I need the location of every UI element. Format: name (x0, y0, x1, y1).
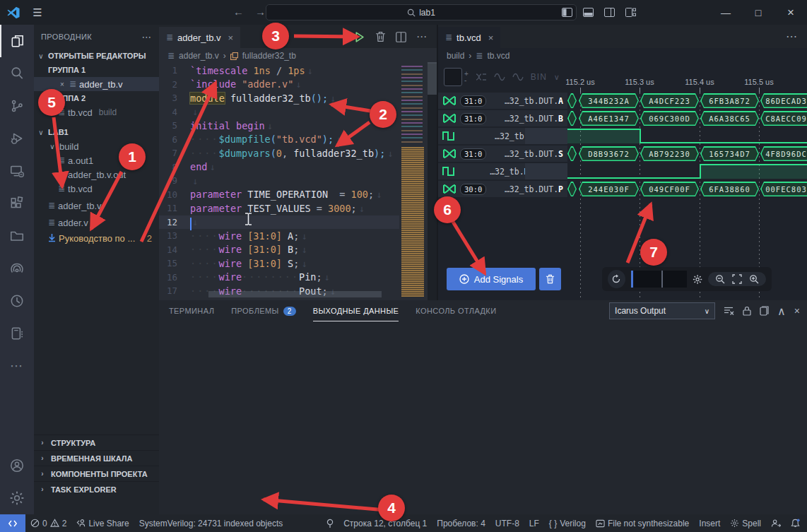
wave-row-p[interactable]: 244E030F049CF00F6FA3886000FEC803 (567, 181, 807, 197)
lock-icon[interactable] (743, 306, 751, 316)
symbol-icon[interactable] (322, 519, 338, 528)
section-структура[interactable]: ›СТРУКТУРА (34, 435, 159, 450)
add-signals-button[interactable]: Add Signals (447, 268, 536, 290)
section-lab1[interactable]: ∨LAB1 (34, 125, 159, 139)
panel-tab-консоль-отладки[interactable]: КОНСОЛЬ ОТЛАДКИ (416, 300, 496, 321)
remove-signals-button[interactable] (539, 268, 561, 290)
signal-s[interactable]: 31:0…32_tb.DUT.S (438, 146, 567, 162)
sidebar-more-icon[interactable]: ⋯ (142, 31, 152, 42)
tab-close-icon[interactable]: × (228, 32, 234, 43)
clear-output-icon[interactable] (724, 306, 734, 316)
toggle-sidebar-icon[interactable] (556, 0, 577, 25)
zoom-in-icon[interactable] (749, 274, 759, 284)
radix-chevron-icon[interactable]: ∨ (554, 73, 560, 82)
explorer-item-adder-tb.v.out[interactable]: ≣adder_tb.v.out (34, 167, 159, 182)
toggle-secondary-sidebar-icon[interactable] (599, 0, 620, 25)
synthesizable-status[interactable]: File not synthesizable (591, 519, 694, 528)
wave-value-box[interactable] (444, 68, 462, 86)
window-maximize-button[interactable]: □ (742, 0, 774, 25)
feedback-icon[interactable] (766, 519, 786, 528)
code-line-3[interactable]: 3module fulladder32_tb();↓ (159, 91, 399, 105)
zoom-fit-icon[interactable] (732, 274, 742, 284)
code-line-5[interactable]: 5initial begin↓ (159, 119, 399, 133)
code-line-8[interactable]: 8end↓ (159, 160, 399, 175)
section-компоненты-проекта[interactable]: ›КОМПОНЕНТЫ ПРОЕКТА (34, 466, 159, 481)
code-line-15[interactable]: 15····wire [31:0] S;↓ (159, 256, 399, 271)
activity-source-control-icon[interactable] (0, 90, 34, 122)
code-line-1[interactable]: 1`timescale 1ns / 1ps↓ (159, 64, 399, 78)
code-line-2[interactable]: 2`include "adder.v"↓ (159, 78, 399, 92)
code-line-6[interactable]: 6····$dumpfile("tb.vcd");↓ (159, 133, 399, 147)
explorer-item-руководство-по-...[interactable]: Руководство по ...2 (34, 231, 159, 245)
explorer-item-adder-tb.v[interactable]: ≣adder_tb.v (34, 199, 159, 213)
indexer-status[interactable]: SystemVerilog: 24731 indexed objects (134, 519, 288, 528)
bus-format-icon[interactable] (476, 73, 487, 81)
tab-tb-vcd[interactable]: ≣ tb.vcd × (438, 27, 500, 48)
panel-tab-выходные-данные[interactable]: ВЫХОДНЫЕ ДАННЫЕ (313, 300, 399, 321)
editor-breadcrumb[interactable]: ≣ adder_tb.v › fulladder32_tb (159, 48, 438, 64)
activity-settings-gear-icon[interactable] (0, 482, 34, 514)
activity-extensions-icon[interactable] (0, 187, 34, 220)
panel-close-icon[interactable]: × (794, 305, 800, 317)
close-icon[interactable]: × (58, 81, 66, 88)
activity-live-preview-icon[interactable] (0, 252, 34, 285)
code-editor[interactable]: 1`timescale 1ns / 1ps↓2`include "adder.v… (159, 64, 399, 300)
analog-wave2-icon[interactable] (512, 73, 524, 81)
activity-explorer-icon[interactable] (0, 25, 34, 57)
code-line-4[interactable]: 4↓ (159, 105, 399, 119)
activity-more-ellipsis-icon[interactable]: ⋯ (0, 350, 34, 382)
radix-select[interactable]: BIN (531, 72, 547, 82)
spell-status[interactable]: Spell (725, 519, 766, 528)
eol-status[interactable]: LF (524, 519, 544, 528)
indentation-status[interactable]: Пробелов: 4 (432, 519, 490, 528)
zoom-out-icon[interactable] (715, 274, 725, 284)
nav-back-icon[interactable]: ← (233, 6, 244, 18)
split-editor-icon[interactable] (396, 32, 406, 42)
code-line-10[interactable]: 10parameter TIME_OPERATION = 100;↓ (159, 188, 399, 202)
code-line-16[interactable]: 16····wire········Pin;↓ (159, 271, 399, 285)
wave-breadcrumb[interactable]: build › ≣ tb.vcd (438, 48, 807, 64)
explorer-item-tb.vcd[interactable]: ≣tb.vcd (34, 182, 159, 196)
output-channel-select[interactable]: Icarus Output ∨ (609, 302, 715, 319)
panel-tab-проблемы[interactable]: ПРОБЛЕМЫ2 (231, 300, 295, 321)
activity-timeline-history-icon[interactable] (0, 285, 34, 317)
zoom-minus[interactable]: - (464, 77, 469, 83)
signal-a[interactable]: 31:0…32_tb.DUT.A (438, 93, 567, 109)
wave-row-a[interactable]: 344B232AA4DCF2236FB3A87286DECAD3 (567, 93, 807, 109)
language-mode[interactable]: { }Verilog (544, 519, 591, 528)
section-временная-шкала[interactable]: ›ВРЕМЕННАЯ ШКАЛА (34, 450, 159, 466)
window-close-button[interactable]: × (774, 0, 807, 25)
reload-icon[interactable] (608, 270, 625, 288)
analog-wave-icon[interactable] (494, 73, 505, 81)
wave-more-icon[interactable]: ⋯ (786, 30, 797, 43)
code-line-13[interactable]: 13····wire [31:0] A;↓ (159, 229, 399, 243)
wave-row-pin[interactable] (567, 128, 807, 144)
activity-remote-explorer-icon[interactable] (0, 155, 34, 187)
panel-maximize-icon[interactable]: ∧ (777, 305, 786, 318)
section-открытые-редакторы[interactable]: ∨ОТКРЫТЫЕ РЕДАКТОРЫ (34, 49, 159, 63)
signal-p[interactable]: 30:0…32_tb.DUT.P (438, 181, 567, 197)
activity-search-icon[interactable] (0, 57, 34, 90)
editor-vscrollbar[interactable] (428, 62, 437, 95)
wave-scrollbar[interactable] (631, 271, 687, 288)
signal-pout[interactable]: …32_tb.DUT.Pout (438, 163, 567, 179)
code-line-7[interactable]: 7····$dumpvars(0, fulladder32_tb);↓ (159, 146, 399, 160)
window-minimize-button[interactable]: — (709, 0, 742, 25)
tab-adder-tb[interactable]: ≣ adder_tb.v × (159, 27, 240, 48)
activity-account-icon[interactable] (0, 449, 34, 482)
move-panel-icon[interactable] (760, 306, 769, 316)
editor-more-icon[interactable]: ⋯ (416, 30, 427, 43)
customize-layout-icon[interactable] (620, 0, 641, 25)
live-share-button[interactable]: Live Share (71, 519, 134, 528)
command-search-input[interactable]: lab1 (266, 4, 577, 20)
nav-forward-icon[interactable]: → (255, 6, 266, 18)
encoding-status[interactable]: UTF-8 (490, 519, 524, 528)
notifications-bell-icon[interactable] (786, 519, 807, 528)
run-verilog-button[interactable] (353, 31, 365, 43)
code-line-9[interactable]: 9↓ (159, 174, 399, 188)
code-line-12[interactable]: 12↓ (159, 215, 399, 230)
wave-row-s[interactable]: D8B93672AB792230165734D74F8D96DC (567, 146, 807, 162)
activity-notebook-icon[interactable] (0, 317, 34, 350)
code-line-11[interactable]: 11parameter TEST_VALUES = 3000;↓ (159, 201, 399, 215)
insert-mode[interactable]: Insert (694, 519, 725, 528)
